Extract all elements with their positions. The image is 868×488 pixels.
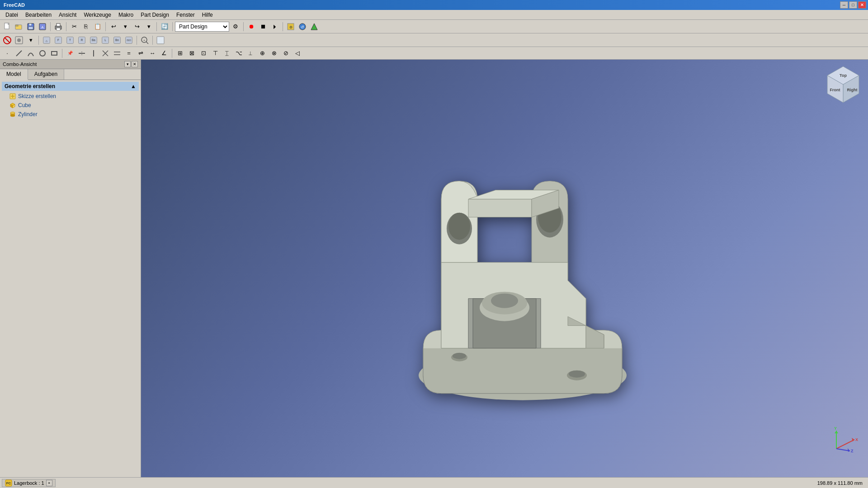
sketch-point-button[interactable]: · <box>2 48 13 59</box>
close-button[interactable]: ✕ <box>858 1 866 9</box>
redo-button[interactable]: ↪ <box>132 21 142 32</box>
workbench-icon[interactable]: ⚙ <box>230 21 241 32</box>
new-file-button[interactable] <box>2 21 13 32</box>
draw-style-button[interactable] <box>14 35 24 46</box>
menu-bearbeiten[interactable]: Bearbeiten <box>22 11 55 19</box>
combo-header: Combo-Ansicht ▾ ✕ <box>0 60 141 69</box>
svg-rect-10 <box>57 28 60 30</box>
view-rear-button[interactable]: Ba <box>88 35 99 46</box>
menu-ansicht[interactable]: Ansicht <box>55 11 80 19</box>
statusbar-close-button[interactable]: × <box>46 480 52 486</box>
paste-button[interactable]: 📋 <box>92 21 103 32</box>
3d-viewport[interactable]: Top Right Front X Y Z <box>141 60 868 477</box>
menu-werkzeuge[interactable]: Werkzeuge <box>80 11 114 19</box>
tree-item-cube[interactable]: Cube <box>2 101 139 110</box>
toolbar-extra-3[interactable] <box>309 21 320 32</box>
zoom-fit-all-button[interactable]: + <box>139 35 150 46</box>
sketch-line-button[interactable] <box>14 48 24 59</box>
save-as-button[interactable]: A <box>37 21 48 32</box>
constraint-equal-button[interactable]: = <box>123 48 134 59</box>
toolbar-extra-1[interactable]: ⚙ <box>285 21 296 32</box>
tree-group-geometrie[interactable]: Geometrie erstellen ▲ <box>2 82 139 91</box>
toolbar-sep-1 <box>50 22 51 31</box>
copy-button[interactable]: ⎘ <box>80 21 91 32</box>
constraint-perp-button[interactable] <box>100 48 111 59</box>
tab-aufgaben[interactable]: Aufgaben <box>28 69 64 80</box>
sketch-icon <box>9 93 16 100</box>
constraint-parallel-button[interactable] <box>112 48 123 59</box>
statusbar-dimensions: 198.89 x 111.80 mm <box>817 480 866 486</box>
svg-rect-2 <box>15 25 18 26</box>
app-title: FreeCAD <box>2 2 25 8</box>
statusbar-filename: Lagerbock : 1 <box>14 480 44 486</box>
svg-line-17 <box>5 38 10 43</box>
sketch-circle-button[interactable] <box>37 48 48 59</box>
sketch-extra-9[interactable]: ⊗ <box>269 48 279 59</box>
sketch-extra-6[interactable]: ⌥ <box>233 48 244 59</box>
tab-model[interactable]: Model <box>0 69 28 80</box>
macro-record-button[interactable]: ⏺ <box>246 21 257 32</box>
menu-datei[interactable]: Datei <box>2 11 22 19</box>
svg-line-37 <box>146 42 148 44</box>
svg-point-59 <box>10 115 15 117</box>
draw-style-arrow[interactable]: ▾ <box>25 35 36 46</box>
macro-play-button[interactable]: ⏵ <box>269 21 280 32</box>
tree-item-skizze[interactable]: Skizze erstellen <box>2 92 139 101</box>
macro-stop-button[interactable]: ⏹ <box>258 21 269 32</box>
sketch-extra-10[interactable]: ⊘ <box>280 48 291 59</box>
view-bottom-button[interactable]: Bo <box>112 35 123 46</box>
tree-item-cube-label: Cube <box>18 102 31 108</box>
redo-arrow[interactable]: ▾ <box>143 21 154 32</box>
tree-group-collapse-icon: ▲ <box>131 83 136 89</box>
menu-hilfe[interactable]: Hilfe <box>198 11 217 19</box>
sketch-extra-8[interactable]: ⊕ <box>257 48 268 59</box>
undo-button[interactable]: ↩ <box>108 21 119 32</box>
svg-line-40 <box>16 51 22 56</box>
cut-button[interactable]: ✂ <box>69 21 80 32</box>
panel-collapse-button[interactable]: ▾ <box>124 61 131 67</box>
sketch-extra-4[interactable]: ⊤ <box>210 48 221 59</box>
sketch-arc-button[interactable] <box>25 48 36 59</box>
view-extra-button[interactable] <box>155 35 166 46</box>
constraint-vert-button[interactable] <box>88 48 99 59</box>
constraint-dist-button[interactable]: ↔ <box>147 48 158 59</box>
tab-bar: Model Aufgaben <box>0 69 141 80</box>
constraint-sym-button[interactable]: ⇌ <box>135 48 146 59</box>
toggle-view-button[interactable] <box>2 35 13 46</box>
view-isometric-button[interactable]: ISO <box>123 35 134 46</box>
view-top-button[interactable]: T <box>65 35 75 46</box>
view-right-button[interactable]: R <box>76 35 87 46</box>
tree-item-zylinder[interactable]: Zylinder <box>2 110 139 119</box>
constraint-angle-button[interactable]: ∠ <box>159 48 170 59</box>
sketch-extra-7[interactable]: ⟂ <box>245 48 256 59</box>
constraint-fix-button[interactable]: 📌 <box>65 48 75 59</box>
undo-arrow[interactable]: ▾ <box>120 21 131 32</box>
workbench-dropdown[interactable]: Part Design <box>175 22 229 32</box>
svg-text:FC: FC <box>6 481 11 485</box>
sketch-extra-5[interactable]: ⌶ <box>222 48 232 59</box>
view-front-button[interactable]: F <box>53 35 64 46</box>
menu-fenster[interactable]: Fenster <box>173 11 198 19</box>
print-button[interactable] <box>53 21 64 32</box>
maximize-button[interactable]: □ <box>849 1 857 9</box>
view-left-button[interactable]: L <box>100 35 111 46</box>
menu-makro[interactable]: Makro <box>115 11 137 19</box>
sketch-extra-1[interactable]: ⊞ <box>175 48 185 59</box>
open-file-button[interactable] <box>14 21 24 32</box>
toolbar-extra-2[interactable]: ↺ <box>297 21 308 32</box>
constraint-horiz-button[interactable] <box>76 48 87 59</box>
sketch-extra-11[interactable]: ◁ <box>292 48 303 59</box>
v-sep-3 <box>152 36 153 45</box>
sketch-extra-2[interactable]: ⊠ <box>186 48 197 59</box>
refresh-button[interactable]: 🔄 <box>159 21 170 32</box>
save-file-button[interactable] <box>25 21 36 32</box>
toolbar-sep-4 <box>156 22 157 31</box>
view-home-button[interactable]: ⌂ <box>41 35 52 46</box>
svg-text:Y: Y <box>834 426 837 431</box>
minimize-button[interactable]: ─ <box>840 1 848 9</box>
menu-partdesign[interactable]: Part Design <box>137 11 173 19</box>
sketch-extra-3[interactable]: ⊡ <box>198 48 209 59</box>
panel-close-button[interactable]: ✕ <box>132 61 138 67</box>
view-toolbar: ▾ ⌂ F T R Ba L Bo ISO + <box>0 33 868 47</box>
sketch-rect-button[interactable] <box>49 48 60 59</box>
